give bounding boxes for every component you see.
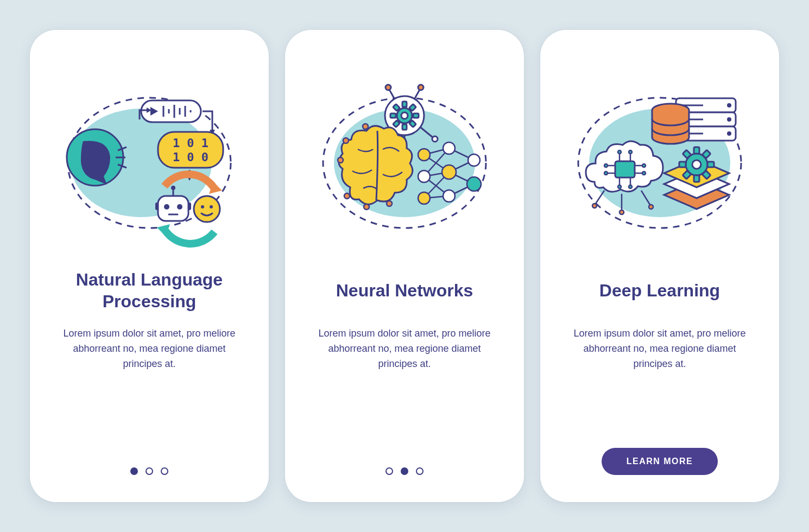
onboarding-card-nlp: 1 0 1 1 0 0 [30, 30, 269, 502]
svg-point-39 [385, 85, 391, 90]
svg-point-96 [618, 185, 621, 188]
svg-rect-4 [141, 100, 201, 122]
nn-illustration [312, 68, 497, 252]
svg-point-56 [344, 193, 350, 199]
svg-point-41 [418, 85, 424, 90]
card-footer [30, 467, 269, 475]
svg-rect-45 [402, 124, 407, 130]
svg-point-104 [642, 164, 646, 167]
onboarding-card-nn: Neural Networks Lorem ipsum dolor sit am… [285, 30, 524, 502]
svg-point-92 [618, 150, 621, 154]
svg-text:1 0 1: 1 0 1 [173, 136, 208, 150]
svg-point-112 [649, 205, 653, 209]
svg-rect-27 [188, 202, 191, 210]
dot-1[interactable] [130, 467, 138, 475]
svg-rect-117 [694, 147, 699, 154]
card-footer: LEARN MORE [540, 448, 779, 475]
svg-point-53 [338, 157, 343, 163]
svg-point-85 [727, 131, 731, 136]
svg-point-30 [210, 205, 213, 208]
card-title: Neural Networks [336, 269, 473, 312]
svg-point-22 [177, 204, 182, 210]
svg-point-125 [692, 160, 701, 169]
dot-2[interactable] [401, 467, 408, 475]
card-desc: Lorem ipsum dolor sit amet, pro meliore … [573, 326, 747, 372]
dot-3[interactable] [416, 467, 424, 475]
card-desc: Lorem ipsum dolor sit amet, pro meliore … [318, 326, 491, 372]
svg-point-25 [171, 186, 175, 190]
svg-point-55 [363, 124, 368, 129]
svg-point-108 [620, 210, 624, 214]
svg-point-28 [194, 196, 220, 222]
svg-point-94 [629, 150, 632, 154]
svg-point-76 [468, 154, 480, 166]
svg-point-70 [418, 149, 430, 161]
card-title: Natural Language Processing [57, 269, 242, 312]
server-database-icon [652, 98, 736, 144]
svg-point-102 [604, 172, 608, 175]
svg-point-72 [418, 192, 430, 204]
nlp-illustration: 1 0 1 1 0 0 [57, 68, 242, 252]
svg-point-73 [443, 142, 455, 154]
onboarding-card-dl: Deep Learning Lorem ipsum dolor sit amet… [540, 30, 779, 502]
svg-point-21 [164, 204, 169, 210]
svg-line-38 [389, 90, 395, 99]
dl-illustration [567, 68, 752, 252]
svg-rect-46 [390, 113, 396, 118]
svg-rect-118 [694, 175, 699, 182]
card-desc: Lorem ipsum dolor sit amet, pro meliore … [62, 326, 236, 372]
svg-rect-20 [158, 196, 188, 221]
card-title: Deep Learning [599, 269, 720, 312]
page-dots [130, 467, 168, 475]
learn-more-button[interactable]: LEARN MORE [602, 448, 718, 475]
svg-rect-90 [615, 161, 635, 178]
svg-rect-120 [707, 162, 714, 167]
svg-point-54 [343, 138, 349, 143]
svg-text:1 0 0: 1 0 0 [173, 150, 208, 164]
svg-point-37 [432, 136, 438, 142]
svg-rect-47 [413, 113, 419, 118]
svg-point-29 [201, 205, 204, 208]
audio-chip-icon [141, 100, 201, 122]
svg-point-74 [442, 165, 456, 179]
svg-point-75 [443, 190, 455, 202]
svg-point-52 [401, 112, 408, 119]
svg-point-57 [364, 204, 369, 210]
binary-chip-icon: 1 0 1 1 0 0 [158, 132, 223, 168]
svg-point-84 [727, 117, 731, 122]
svg-point-58 [387, 201, 392, 206]
card-footer [285, 467, 524, 475]
page-dots [385, 467, 424, 475]
dot-2[interactable] [146, 467, 153, 475]
svg-point-77 [467, 177, 481, 191]
svg-rect-26 [155, 202, 159, 210]
svg-rect-119 [679, 162, 686, 167]
svg-point-110 [592, 204, 597, 208]
svg-line-109 [596, 191, 604, 204]
svg-point-83 [727, 103, 731, 107]
dot-1[interactable] [385, 467, 393, 475]
svg-point-100 [604, 164, 608, 167]
dot-3[interactable] [161, 467, 168, 475]
svg-point-98 [629, 185, 632, 188]
svg-rect-44 [402, 102, 407, 107]
svg-point-106 [642, 172, 646, 175]
svg-point-71 [418, 170, 430, 182]
